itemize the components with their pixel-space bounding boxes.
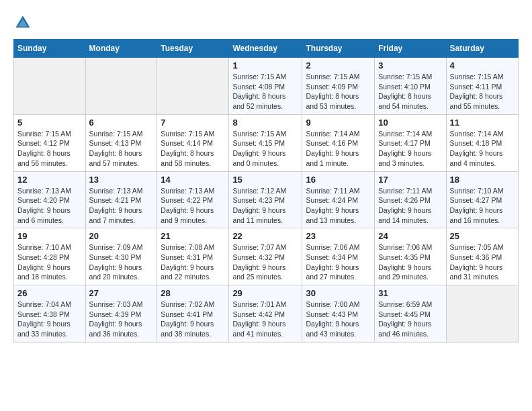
day-number: 18	[450, 175, 515, 185]
day-info: Sunrise: 7:03 AM Sunset: 4:39 PM Dayligh…	[89, 300, 154, 339]
calendar-cell	[85, 58, 157, 115]
day-info: Sunrise: 7:07 AM Sunset: 4:32 PM Dayligh…	[232, 242, 298, 282]
day-info: Sunrise: 7:13 AM Sunset: 4:22 PM Dayligh…	[161, 186, 225, 226]
day-info: Sunrise: 7:15 AM Sunset: 4:14 PM Dayligh…	[161, 129, 225, 169]
day-number: 9	[306, 118, 371, 128]
day-info: Sunrise: 7:13 AM Sunset: 4:21 PM Dayligh…	[89, 186, 154, 226]
weekday-header: Monday	[85, 40, 157, 58]
day-number: 19	[17, 231, 82, 241]
weekday-header: Wednesday	[229, 40, 302, 58]
day-number: 10	[378, 118, 442, 128]
day-number: 3	[378, 60, 442, 71]
day-number: 22	[232, 231, 298, 241]
calendar-cell: 6Sunrise: 7:15 AM Sunset: 4:13 PM Daylig…	[85, 114, 157, 171]
day-info: Sunrise: 7:06 AM Sunset: 4:35 PM Dayligh…	[378, 242, 442, 282]
day-number: 1	[232, 60, 298, 71]
day-number: 5	[17, 118, 82, 128]
calendar-week-row: 26Sunrise: 7:04 AM Sunset: 4:38 PM Dayli…	[14, 285, 519, 342]
day-number: 20	[89, 231, 154, 241]
day-number: 27	[89, 288, 154, 298]
calendar-cell: 4Sunrise: 7:15 AM Sunset: 4:11 PM Daylig…	[446, 58, 519, 115]
day-number: 15	[232, 175, 298, 185]
day-info: Sunrise: 7:01 AM Sunset: 4:42 PM Dayligh…	[232, 300, 298, 339]
day-info: Sunrise: 7:00 AM Sunset: 4:43 PM Dayligh…	[306, 300, 371, 339]
day-number: 11	[450, 118, 515, 128]
calendar-cell: 21Sunrise: 7:08 AM Sunset: 4:31 PM Dayli…	[157, 228, 229, 285]
calendar-cell: 3Sunrise: 7:15 AM Sunset: 4:10 PM Daylig…	[375, 58, 446, 115]
day-info: Sunrise: 7:15 AM Sunset: 4:11 PM Dayligh…	[450, 72, 515, 111]
day-number: 29	[232, 288, 298, 298]
day-number: 7	[161, 118, 225, 128]
calendar-cell: 9Sunrise: 7:14 AM Sunset: 4:16 PM Daylig…	[302, 114, 375, 171]
day-info: Sunrise: 7:15 AM Sunset: 4:15 PM Dayligh…	[232, 129, 298, 169]
calendar-cell: 14Sunrise: 7:13 AM Sunset: 4:22 PM Dayli…	[157, 171, 229, 228]
day-number: 17	[378, 175, 442, 185]
day-number: 13	[89, 175, 154, 185]
day-number: 14	[161, 175, 225, 185]
calendar-cell: 15Sunrise: 7:12 AM Sunset: 4:23 PM Dayli…	[229, 171, 302, 228]
day-info: Sunrise: 7:09 AM Sunset: 4:30 PM Dayligh…	[89, 242, 154, 282]
calendar-cell: 20Sunrise: 7:09 AM Sunset: 4:30 PM Dayli…	[85, 228, 157, 285]
calendar-week-row: 19Sunrise: 7:10 AM Sunset: 4:28 PM Dayli…	[14, 228, 519, 285]
weekday-header: Tuesday	[157, 40, 229, 58]
day-info: Sunrise: 7:15 AM Sunset: 4:08 PM Dayligh…	[232, 72, 298, 111]
day-number: 6	[89, 118, 154, 128]
calendar-cell: 8Sunrise: 7:15 AM Sunset: 4:15 PM Daylig…	[229, 114, 302, 171]
calendar-cell: 13Sunrise: 7:13 AM Sunset: 4:21 PM Dayli…	[85, 171, 157, 228]
logo	[13, 13, 35, 32]
day-number: 26	[17, 288, 82, 298]
day-number: 24	[378, 231, 442, 241]
day-info: Sunrise: 7:12 AM Sunset: 4:23 PM Dayligh…	[232, 186, 298, 226]
calendar-week-row: 12Sunrise: 7:13 AM Sunset: 4:20 PM Dayli…	[14, 171, 519, 228]
calendar-cell	[446, 285, 519, 342]
calendar-week-row: 1Sunrise: 7:15 AM Sunset: 4:08 PM Daylig…	[14, 58, 519, 115]
day-info: Sunrise: 7:15 AM Sunset: 4:09 PM Dayligh…	[306, 72, 371, 111]
day-number: 21	[161, 231, 225, 241]
weekday-header: Saturday	[446, 40, 519, 58]
day-info: Sunrise: 7:14 AM Sunset: 4:18 PM Dayligh…	[450, 129, 515, 169]
day-info: Sunrise: 7:10 AM Sunset: 4:27 PM Dayligh…	[450, 186, 515, 226]
calendar-cell: 23Sunrise: 7:06 AM Sunset: 4:34 PM Dayli…	[302, 228, 375, 285]
calendar-cell: 28Sunrise: 7:02 AM Sunset: 4:41 PM Dayli…	[157, 285, 229, 342]
calendar-cell: 17Sunrise: 7:11 AM Sunset: 4:26 PM Dayli…	[375, 171, 446, 228]
day-number: 2	[306, 60, 371, 71]
calendar-cell: 27Sunrise: 7:03 AM Sunset: 4:39 PM Dayli…	[85, 285, 157, 342]
calendar-cell: 18Sunrise: 7:10 AM Sunset: 4:27 PM Dayli…	[446, 171, 519, 228]
calendar-cell: 16Sunrise: 7:11 AM Sunset: 4:24 PM Dayli…	[302, 171, 375, 228]
calendar-cell: 11Sunrise: 7:14 AM Sunset: 4:18 PM Dayli…	[446, 114, 519, 171]
weekday-header: Friday	[375, 40, 446, 58]
day-number: 12	[17, 175, 82, 185]
calendar-cell: 25Sunrise: 7:05 AM Sunset: 4:36 PM Dayli…	[446, 228, 519, 285]
day-info: Sunrise: 7:05 AM Sunset: 4:36 PM Dayligh…	[450, 242, 515, 282]
calendar-cell	[14, 58, 86, 115]
day-info: Sunrise: 6:59 AM Sunset: 4:45 PM Dayligh…	[378, 300, 442, 339]
day-number: 30	[306, 288, 371, 298]
day-info: Sunrise: 7:10 AM Sunset: 4:28 PM Dayligh…	[17, 242, 82, 282]
calendar-cell: 31Sunrise: 6:59 AM Sunset: 4:45 PM Dayli…	[375, 285, 446, 342]
day-info: Sunrise: 7:08 AM Sunset: 4:31 PM Dayligh…	[161, 242, 225, 282]
day-info: Sunrise: 7:13 AM Sunset: 4:20 PM Dayligh…	[17, 186, 82, 226]
day-info: Sunrise: 7:14 AM Sunset: 4:16 PM Dayligh…	[306, 129, 371, 169]
calendar-cell: 29Sunrise: 7:01 AM Sunset: 4:42 PM Dayli…	[229, 285, 302, 342]
calendar-week-row: 5Sunrise: 7:15 AM Sunset: 4:12 PM Daylig…	[14, 114, 519, 171]
calendar-cell	[157, 58, 229, 115]
calendar-table: SundayMondayTuesdayWednesdayThursdayFrid…	[13, 39, 519, 342]
day-info: Sunrise: 7:15 AM Sunset: 4:13 PM Dayligh…	[89, 129, 154, 169]
day-info: Sunrise: 7:04 AM Sunset: 4:38 PM Dayligh…	[17, 300, 82, 339]
calendar-cell: 1Sunrise: 7:15 AM Sunset: 4:08 PM Daylig…	[229, 58, 302, 115]
calendar-cell: 7Sunrise: 7:15 AM Sunset: 4:14 PM Daylig…	[157, 114, 229, 171]
page-header	[13, 13, 519, 32]
day-info: Sunrise: 7:15 AM Sunset: 4:12 PM Dayligh…	[17, 129, 82, 169]
calendar-cell: 24Sunrise: 7:06 AM Sunset: 4:35 PM Dayli…	[375, 228, 446, 285]
weekday-header: Sunday	[14, 40, 86, 58]
day-number: 23	[306, 231, 371, 241]
day-info: Sunrise: 7:14 AM Sunset: 4:17 PM Dayligh…	[378, 129, 442, 169]
day-number: 31	[378, 288, 442, 298]
day-info: Sunrise: 7:11 AM Sunset: 4:24 PM Dayligh…	[306, 186, 371, 226]
day-info: Sunrise: 7:06 AM Sunset: 4:34 PM Dayligh…	[306, 242, 371, 282]
day-number: 28	[161, 288, 225, 298]
calendar-cell: 26Sunrise: 7:04 AM Sunset: 4:38 PM Dayli…	[14, 285, 86, 342]
day-number: 8	[232, 118, 298, 128]
day-number: 25	[450, 231, 515, 241]
weekday-header-row: SundayMondayTuesdayWednesdayThursdayFrid…	[14, 40, 519, 58]
